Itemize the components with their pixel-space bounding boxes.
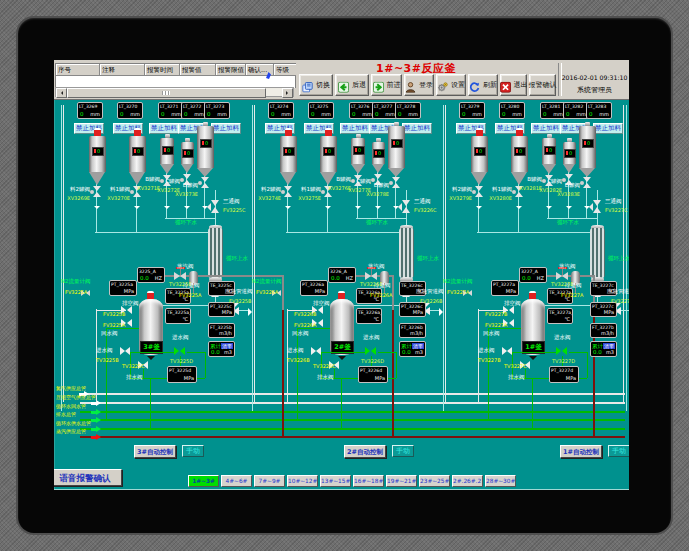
nav-tab[interactable]: 23#~25# xyxy=(419,475,450,487)
tank-level-led: 0 xyxy=(391,139,403,148)
cooling-pipe xyxy=(525,369,526,378)
level-indicator-tag: LT_3281 xyxy=(542,104,560,109)
emergency-valve-tag: FV3227B xyxy=(611,299,629,304)
feedwater-valve[interactable] xyxy=(174,347,185,355)
level-indicator-unit: mm xyxy=(385,111,395,117)
flow-indicator-unit: m3/h xyxy=(601,330,614,336)
tank-led-mark xyxy=(202,141,204,145)
three-way-name: 三通阀 xyxy=(223,199,240,205)
feed-disable-button[interactable]: 禁止加料 xyxy=(340,123,370,134)
feed-disable-button[interactable]: 禁止加料 xyxy=(211,123,241,134)
level-indicator: LT_32800mm xyxy=(499,102,525,119)
feed-disable-button[interactable]: 禁止加料 xyxy=(593,123,623,134)
auto-control-button[interactable]: 2#自动控制 xyxy=(344,445,386,458)
manual-button[interactable]: 手动 xyxy=(182,445,204,457)
tank-led-value: 0 xyxy=(549,147,552,153)
cooling-pipe xyxy=(378,352,396,353)
manual-button[interactable]: 手动 xyxy=(608,445,629,457)
inlet-valve[interactable] xyxy=(502,347,512,355)
temp-indicator-tag: TE_3225a_2 xyxy=(167,310,191,315)
nav-tab[interactable]: 13#~15# xyxy=(320,475,351,487)
three-way-valve[interactable] xyxy=(211,200,220,213)
level-indicator-value: 0 xyxy=(566,111,570,117)
tank-cone xyxy=(280,172,296,185)
feed-valve-ball xyxy=(198,181,202,185)
feed-valve[interactable] xyxy=(392,177,400,188)
nav-tab[interactable]: 7#~9# xyxy=(254,475,285,487)
pressure-indicator-unit: MPa xyxy=(506,288,516,294)
flow-arrow xyxy=(355,206,361,209)
feed-valve[interactable] xyxy=(93,186,101,197)
tank-cone xyxy=(579,168,595,177)
tank-led-value: 0 xyxy=(205,140,208,146)
feed-disable-button[interactable]: 禁止加料 xyxy=(149,123,179,134)
valve-left xyxy=(174,347,179,355)
level-indicator-tag: LT_3276 xyxy=(351,104,369,109)
three-way-branch xyxy=(589,203,593,211)
inlet-valve[interactable] xyxy=(120,347,130,355)
tank-cap-red xyxy=(325,128,332,136)
drain-valve-name: 排水阀 xyxy=(126,375,143,381)
feed-valve-name: 料1罐阀 xyxy=(488,187,512,194)
feedwater-valve[interactable] xyxy=(365,347,376,355)
totalizer-unit: m3 xyxy=(224,349,232,355)
tank-led-value: 0 xyxy=(167,147,170,153)
flow-arrow xyxy=(546,206,552,209)
level-indicator-value: 0 xyxy=(375,111,379,117)
feed-valve-tag: XV3275E xyxy=(295,196,321,203)
three-way-tag: FV3226C xyxy=(414,208,437,213)
nav-tab[interactable]: 2#.26#.27# xyxy=(452,475,483,487)
tank-cone xyxy=(181,164,193,173)
cooling-return xyxy=(488,328,521,329)
tank-level-led: 0 xyxy=(564,149,576,158)
nav-tab[interactable]: 10#~12# xyxy=(287,475,318,487)
valve-bottom xyxy=(201,183,209,188)
reactor-beacon xyxy=(529,291,536,299)
level-indicator-unit: mm xyxy=(362,111,372,117)
nav-tab[interactable]: 4#~6# xyxy=(221,475,252,487)
nav-tab[interactable]: 1#~3# xyxy=(188,475,219,487)
feed-valve-name: 料1罐阀 xyxy=(106,187,130,194)
utility-riser xyxy=(254,105,255,402)
feed-disable-button[interactable]: 禁止加料 xyxy=(531,123,561,134)
pressure-indicator-tag: PT_3226d xyxy=(360,368,382,373)
feed-disable-button[interactable]: 禁止加料 xyxy=(402,123,432,134)
flow-arrow xyxy=(325,206,331,209)
valve-bottom xyxy=(284,192,292,197)
nav-tab[interactable]: 16#~18# xyxy=(353,475,384,487)
voice-ack-button[interactable]: 语音报警确认 xyxy=(54,469,122,486)
level-indicator-tag: LT_3271 xyxy=(160,104,178,109)
inlet-valve[interactable] xyxy=(311,347,321,355)
bus-line xyxy=(80,428,625,430)
auto-control-button[interactable]: 3#自动控制 xyxy=(134,445,176,458)
three-way-branch xyxy=(207,203,211,211)
flow-totalizer: 累计清零0.0m3 xyxy=(399,341,426,357)
feed-valve[interactable] xyxy=(475,186,483,197)
pressure-indicator: PT_3226dMPa xyxy=(358,366,388,383)
nav-tab[interactable]: 28#~30# xyxy=(485,475,516,487)
three-way-valve[interactable] xyxy=(402,200,411,213)
auto-control-button[interactable]: 1#自动控制 xyxy=(560,445,602,458)
feed-valve[interactable] xyxy=(583,177,591,188)
level-indicator-value: 0 xyxy=(120,111,124,117)
feed-valve-name: 料2罐阀 xyxy=(257,187,281,194)
tank-cap-red xyxy=(516,128,523,136)
level-indicator-tag: LT_3274 xyxy=(270,104,288,109)
process-area: 氮气供应总管压缩空气供应总管循环水回水管排水总管循环水供水总管蒸汽供应总管3#自… xyxy=(54,99,629,490)
vent-valve-name: 排空阀 xyxy=(504,301,521,307)
feed-valve[interactable] xyxy=(201,177,209,188)
tank-led-value: 0 xyxy=(358,147,361,153)
feedwater-valve[interactable] xyxy=(556,347,567,355)
tank-cap-red xyxy=(476,128,483,136)
emergency-valve-name: 应急管道阀 xyxy=(607,289,629,295)
cooling-pipe xyxy=(334,369,335,378)
three-way-valve[interactable] xyxy=(593,200,602,213)
feed-valve[interactable] xyxy=(284,186,292,197)
manual-button[interactable]: 手动 xyxy=(392,445,414,457)
tank-led-mark xyxy=(184,151,186,155)
nav-tab[interactable]: 19#~21# xyxy=(386,475,417,487)
return-valve-tag: FV3227A xyxy=(485,323,507,328)
pressure-indicator: PT_3227cMPa xyxy=(590,302,617,317)
pressure-indicator-unit: MPa xyxy=(124,288,134,294)
tank-level-led: 0 xyxy=(283,147,295,156)
